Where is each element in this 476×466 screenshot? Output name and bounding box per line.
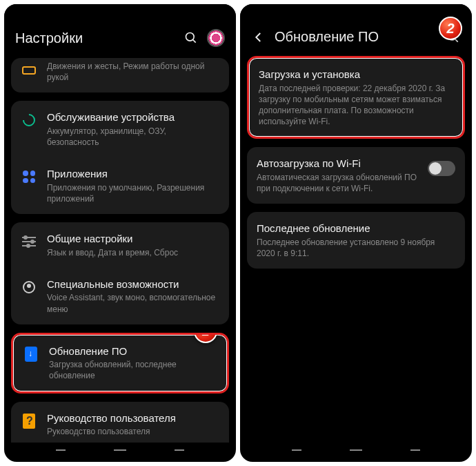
row-subtitle: Приложения по умолчанию, Разрешения прил… <box>47 182 219 204</box>
settings-row-general[interactable]: Общие настройки Язык и ввод, Дата и врем… <box>11 222 229 268</box>
settings-row-software-update[interactable]: Обновление ПО Загрузка обновлений, после… <box>13 335 227 391</box>
page-title: Настройки <box>15 30 175 46</box>
row-title: Руководство пользователя <box>47 411 219 425</box>
row-subtitle: Руководство пользователя <box>47 426 219 437</box>
row-subtitle: Движения и жесты, Режим работы одной рук… <box>47 61 219 83</box>
row-title: Обновление ПО <box>49 344 217 358</box>
app-bar: Настройки <box>4 21 236 58</box>
row-title: Последнее обновление <box>257 222 455 235</box>
row-subtitle: Аккумулятор, хранилище, ОЗУ, безопасност… <box>47 126 219 148</box>
update-row-auto-wifi[interactable]: Автозагрузка по Wi-Fi Автоматическая заг… <box>247 147 465 204</box>
svg-line-3 <box>455 39 458 41</box>
settings-group-device: Обслуживание устройства Аккумулятор, хра… <box>11 101 229 214</box>
settings-group-advanced: Движения и жесты, Режим работы одной рук… <box>11 58 229 93</box>
row-subtitle: Автоматическая загрузка обновлений ПО пр… <box>257 172 418 194</box>
phone-left: Настройки Движения и жесты, Режим работы… <box>4 4 236 462</box>
nav-bar <box>4 443 236 462</box>
settings-row-manual[interactable]: Руководство пользователя Руководство пол… <box>11 402 229 443</box>
status-bar <box>240 4 472 21</box>
row-subtitle: Дата последней проверки: 22 декабря 2020… <box>259 83 453 128</box>
svg-line-1 <box>193 40 196 43</box>
row-title: Общие настройки <box>47 232 219 246</box>
device-care-icon <box>21 112 37 128</box>
row-title: Автозагрузка по Wi-Fi <box>257 157 418 171</box>
back-icon[interactable] <box>251 30 266 45</box>
search-icon[interactable] <box>184 30 199 46</box>
software-update-icon <box>23 346 39 362</box>
settings-group-system: Общие настройки Язык и ввод, Дата и врем… <box>11 222 229 324</box>
row-title: Специальные возможности <box>47 278 219 291</box>
profile-avatar[interactable] <box>207 29 225 47</box>
row-subtitle: Последнее обновление установлено 9 ноябр… <box>257 237 455 259</box>
row-title: Обслуживание устройства <box>47 110 219 124</box>
settings-group-update: 1 Обновление ПО Загрузка обновлений, пос… <box>11 333 229 394</box>
accessibility-icon <box>21 279 37 295</box>
row-subtitle: Загрузка обновлений, последнее обновлени… <box>49 359 217 381</box>
status-bar <box>4 4 236 21</box>
row-title: Загрузка и установка <box>259 68 453 81</box>
update-row-download[interactable]: Загрузка и установка Дата последней пров… <box>247 56 465 139</box>
wifi-auto-toggle[interactable] <box>428 161 455 176</box>
settings-group-info: Руководство пользователя Руководство пол… <box>11 402 229 443</box>
phone-right: Обновление ПО 2 Загрузка и установка Дат… <box>240 4 472 462</box>
app-bar: Обновление ПО 2 <box>240 21 472 56</box>
row-title: Приложения <box>47 167 219 181</box>
settings-row-accessibility[interactable]: Специальные возможности Voice Assistant,… <box>11 268 229 324</box>
update-row-last[interactable]: Последнее обновление Последнее обновлени… <box>247 212 465 269</box>
step-badge-2: 2 <box>439 17 462 40</box>
row-subtitle: Язык и ввод, Дата и время, Сброс <box>47 247 219 258</box>
settings-row-apps[interactable]: Приложения Приложения по умолчанию, Разр… <box>11 157 229 214</box>
general-icon <box>21 233 37 250</box>
settings-row-device-care[interactable]: Обслуживание устройства Аккумулятор, хра… <box>11 101 229 157</box>
update-list: Загрузка и установка Дата последней пров… <box>240 56 472 443</box>
gesture-icon <box>21 62 37 79</box>
page-title: Обновление ПО <box>275 29 437 45</box>
settings-row-gestures[interactable]: Движения и жесты, Режим работы одной рук… <box>11 58 229 93</box>
nav-bar <box>240 443 472 462</box>
manual-icon <box>21 413 37 429</box>
svg-point-0 <box>186 33 195 41</box>
settings-list: Движения и жесты, Режим работы одной рук… <box>4 58 236 443</box>
apps-icon <box>21 168 37 185</box>
row-subtitle: Voice Assistant, звук моно, вспомогатель… <box>47 292 219 314</box>
